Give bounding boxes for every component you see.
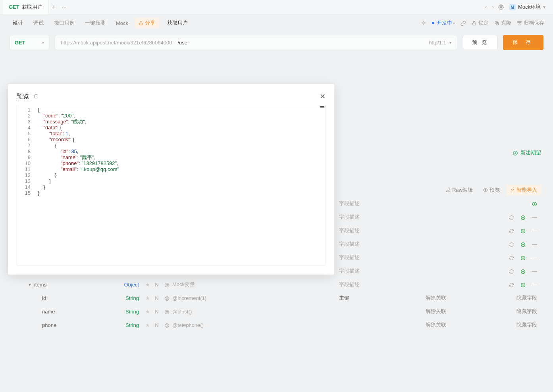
modal-title: 预览: [17, 92, 29, 101]
preview-modal: 预览 ✕ 123456789101112131415 { "code": "20…: [8, 84, 334, 275]
code-content: { "code": "200", "message": "成功", "data"…: [35, 105, 325, 265]
json-code-viewer[interactable]: 123456789101112131415 { "code": "200", "…: [17, 105, 326, 266]
line-gutter: 123456789101112131415: [17, 105, 35, 265]
refresh-button[interactable]: [34, 94, 38, 98]
close-button[interactable]: ✕: [320, 92, 326, 101]
fold-handle-icon[interactable]: [320, 106, 324, 108]
refresh-icon: [36, 94, 37, 99]
